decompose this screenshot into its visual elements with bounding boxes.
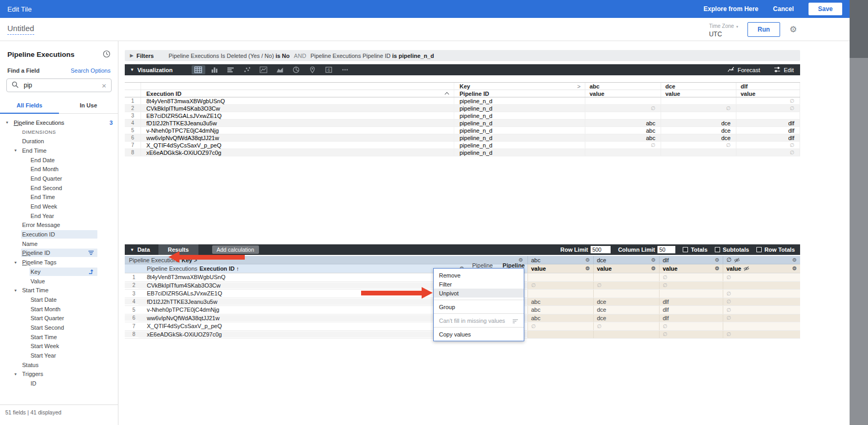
settings-gear-icon[interactable]: ⚙ — [790, 24, 797, 34]
field-end-week[interactable]: End Week — [0, 202, 118, 211]
field-start-time[interactable]: ▼Start Time — [0, 285, 118, 295]
field-end-time[interactable]: ▼End Time — [0, 146, 118, 155]
pipeline-id-column-header[interactable]: Pipeline ID — [454, 90, 585, 97]
scatter-viz-icon[interactable] — [241, 65, 254, 74]
field-start-date[interactable]: Start Date — [0, 295, 118, 304]
field-end-year[interactable]: End Year — [0, 211, 118, 221]
execution-id-cell[interactable]: ww6vIpNvQfWdA38qtJJ21w — [141, 134, 454, 141]
value-cell[interactable]: dce — [593, 298, 659, 306]
map-pin-viz-icon[interactable] — [306, 65, 320, 74]
value-cell[interactable] — [661, 149, 736, 156]
value-cell[interactable]: abc — [527, 306, 593, 314]
value-cell[interactable] — [585, 97, 661, 104]
value-cell[interactable]: ∅ — [593, 322, 659, 330]
line-chart-viz-icon[interactable] — [257, 65, 271, 74]
table-viz-icon[interactable] — [192, 65, 205, 74]
field-pipeline-tags[interactable]: ▼Pipeline Tags — [0, 258, 118, 267]
pipeline-id-cell[interactable]: pipeline_n_d — [454, 134, 585, 141]
gear-icon[interactable]: ⚙ — [585, 258, 590, 263]
execution-id-cell[interactable]: ww6vIpNvQfWdA38qtJJ21w — [138, 315, 468, 321]
pivot-value-header-dlf[interactable]: dlf⚙ — [659, 256, 723, 264]
value-cell[interactable]: ∅ — [736, 142, 800, 149]
value-cell[interactable] — [736, 112, 800, 119]
value-cell[interactable] — [659, 290, 723, 298]
pivot-col-header-dlf[interactable]: dlf — [736, 83, 800, 90]
value-cell[interactable] — [527, 290, 593, 298]
value-cell[interactable]: dce — [661, 127, 736, 134]
window-scrollbar-track[interactable] — [850, 0, 868, 425]
value-cell[interactable] — [723, 282, 800, 290]
value-cell[interactable]: ∅ — [527, 322, 593, 330]
viz-table-row[interactable]: 2CVkBkIplTfum4SKab3O3Cwpipeline_n_d∅∅∅ — [125, 105, 800, 112]
expander-icon[interactable]: ▼ — [14, 289, 21, 292]
value-header[interactable]: value⚙ — [723, 264, 800, 273]
expander-icon[interactable]: ▼ — [14, 149, 21, 152]
value-cell[interactable]: ∅ — [659, 331, 723, 339]
expander-icon[interactable]: ▼ — [5, 121, 13, 124]
menu-item-unpivot[interactable]: Unpivot — [434, 289, 524, 298]
field-dimensions[interactable]: DIMENSIONS — [0, 127, 118, 137]
timezone-selector[interactable]: Time Zone ▾ UTC — [709, 20, 738, 38]
value-cell[interactable] — [723, 322, 800, 330]
more-viz-icon[interactable] — [338, 65, 352, 74]
menu-item-group[interactable]: Group — [434, 302, 524, 311]
pipeline-id-cell[interactable]: pipeline_n_d — [454, 142, 585, 149]
row-totals-checkbox[interactable] — [756, 247, 762, 252]
field-pipeline-id[interactable]: Pipeline ID — [0, 249, 118, 258]
value-cell[interactable] — [661, 112, 736, 119]
search-options-link[interactable]: Search Options — [71, 67, 111, 74]
visualization-toggle[interactable]: ▼ Visualization — [130, 67, 173, 73]
gear-icon[interactable]: ⚙ — [715, 266, 720, 271]
value-cell[interactable]: dlf — [659, 306, 723, 314]
subtotals-checkbox[interactable] — [715, 247, 720, 252]
pivot-value-header-dce[interactable]: dce⚙ — [593, 256, 659, 264]
value-cell[interactable]: ∅ — [723, 290, 800, 298]
value-cell[interactable]: abc — [585, 127, 661, 134]
viz-table-row[interactable]: 6ww6vIpNvQfWdA38qtJJ21wpipeline_n_dabcdc… — [125, 134, 800, 142]
value-cell[interactable]: abc — [585, 134, 661, 141]
value-cell[interactable]: ∅ — [723, 331, 800, 339]
chevron-right-icon[interactable]: > — [577, 83, 581, 90]
execution-id-cell[interactable]: EB7ciDIZR5GALsJVxwZE1Q — [141, 112, 454, 119]
value-cell[interactable] — [593, 290, 659, 298]
field-end-date[interactable]: End Date — [0, 155, 118, 165]
value-cell[interactable]: dlf — [736, 127, 800, 134]
forecast-button[interactable]: Forecast — [727, 66, 760, 74]
execution-id-cell[interactable]: CVkBkIplTfum4SKab3O3Cw — [141, 105, 454, 112]
execution-id-column-header[interactable]: Pipeline ExecutionsExecution ID ↑⚙ — [138, 264, 468, 273]
key-header[interactable]: Key> — [454, 83, 585, 90]
value-header[interactable]: value⚙ — [527, 264, 593, 273]
pipeline-id-cell[interactable]: pipeline_n_d — [454, 105, 585, 112]
field-start-time[interactable]: Start Time — [0, 332, 118, 342]
value-cell[interactable] — [593, 273, 659, 281]
gear-icon[interactable]: ⚙ — [792, 258, 797, 263]
data-toggle[interactable]: ▼ Data — [130, 246, 150, 253]
tab-in-use[interactable]: In Use — [59, 97, 118, 113]
viz-table-row[interactable]: 4fD1l2J2hTTKE3Jeanu3u5wpipeline_n_dabcdc… — [125, 120, 800, 127]
execution-id-cell[interactable]: fD1l2J2hTTKE3Jeanu3u5w — [141, 120, 454, 126]
tab-all-fields[interactable]: All Fields — [0, 97, 59, 113]
field-start-second[interactable]: Start Second — [0, 323, 118, 332]
value-header[interactable]: value — [661, 90, 736, 97]
pivot-col-header-abc[interactable]: abc — [585, 83, 661, 90]
execution-id-cell[interactable]: 8t4yVen8T3mwaXBWgbUSnQ — [138, 274, 468, 280]
value-cell[interactable]: ∅ — [585, 142, 661, 149]
execution-id-cell[interactable]: v-Nheh0pTPC7E0jC4dmNjg — [141, 127, 454, 134]
value-cell[interactable]: dlf — [736, 120, 800, 126]
pie-chart-viz-icon[interactable] — [290, 65, 303, 74]
value-cell[interactable]: ∅ — [723, 306, 800, 314]
value-cell[interactable]: ∅ — [723, 298, 800, 306]
value-cell[interactable]: dce — [593, 314, 659, 322]
field-triggers[interactable]: ▼Triggers — [0, 370, 118, 379]
viz-table-row[interactable]: 7X_QTIF4dSyCsSaxV_p_peQpipeline_n_d∅∅∅ — [125, 142, 800, 149]
field-end-month[interactable]: End Month — [0, 164, 118, 174]
value-cell[interactable]: ∅ — [593, 282, 659, 290]
filter-icon[interactable] — [88, 250, 94, 255]
execution-id-cell[interactable]: xE6eADGkSk-OXiUOZ97c0g — [141, 149, 454, 156]
field-start-year[interactable]: Start Year — [0, 351, 118, 360]
gear-icon[interactable]: ⚙ — [651, 266, 656, 271]
run-button[interactable]: Run — [747, 22, 780, 37]
gear-icon[interactable]: ⚙ — [585, 266, 590, 271]
field-pipeline-executions[interactable]: ▼Pipeline Executions3 — [0, 118, 118, 127]
field-key[interactable]: Key — [0, 267, 118, 276]
